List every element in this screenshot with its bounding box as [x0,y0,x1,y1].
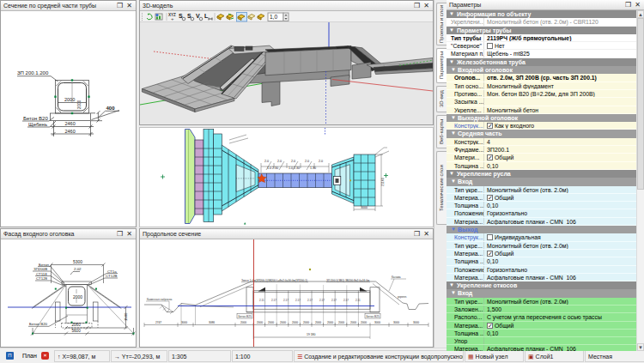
svg-text:2.17: 2.17 [343,299,349,302]
svg-text:2000: 2000 [361,321,367,324]
svg-text:2000: 2000 [303,321,309,324]
svg-text:2.0: 2.0 [319,160,323,163]
svg-text:2.11: 2.11 [259,299,264,302]
svg-text:2.17: 2.17 [307,299,313,302]
svg-text:2000: 2000 [327,321,333,324]
svg-text:1,0: 1,0 [270,14,277,20]
svg-text:1500: 1500 [124,312,128,321]
svg-text:2.17: 2.17 [283,299,289,302]
svg-text:ЗП 200.1.200: ЗП 200.1.200 [17,70,49,76]
svg-text:2000: 2000 [268,321,274,324]
svg-text:2000: 2000 [73,294,82,299]
svg-text:400: 400 [106,106,116,111]
svg-text:ЗП 200.1(ЗВ1) ЗВ200.8х2.0=16.0: ЗП 200.1(ЗВ1) ЗВ200.8х2.0=16.0м [326,279,369,282]
svg-text:2000: 2000 [338,321,344,324]
svg-text:2000: 2000 [280,321,286,324]
svg-text:2.17: 2.17 [271,299,276,302]
svg-text:5300: 5300 [73,259,82,264]
svg-text:2000: 2000 [77,100,82,109]
svg-text:L: L [204,13,209,19]
svg-text:1.30: 1.30 [310,166,316,170]
svg-text:2,02: 2,02 [74,267,82,271]
svg-text:2000: 2000 [64,97,75,102]
svg-text:2460: 2460 [65,129,76,134]
svg-text:2.11: 2.11 [355,299,361,302]
svg-text:2000: 2000 [292,321,298,324]
svg-text:3086: 3086 [209,321,215,324]
svg-text:+: + [171,16,174,21]
svg-text:Каменная набросха: Каменная набросха [147,298,173,301]
svg-text:2000: 2000 [240,321,246,324]
svg-text:2060: 2060 [72,323,82,327]
svg-text:3000: 3000 [413,321,419,324]
svg-text:3000: 3000 [374,321,380,324]
svg-text:СТ1а: СТ1а [107,269,117,274]
svg-text:19 180: 19 180 [307,333,315,336]
svg-text:ЗП200В: ЗП200В [33,267,47,271]
svg-text:2.17: 2.17 [319,299,325,302]
svg-text:Бетон В20: Бетон В20 [29,322,48,326]
svg-text:Бетон В25: Бетон В25 [239,315,252,318]
svg-text:СТ12В: СТ12В [106,274,118,278]
svg-text:Звено 1.0м(ЗП200.1)ЗВ200 L=8х2: Звено 1.0м(ЗП200.1)ЗВ200 L=8х2.0=16.0м(З… [241,279,307,282]
svg-text:СТ128: СТ128 [36,276,48,281]
svg-text:2000: 2000 [350,321,356,324]
svg-text:1.0 2.30: 1.0 2.30 [289,166,300,170]
svg-text:2.0: 2.0 [264,160,269,163]
svg-text:укрепл.: укрепл. [398,295,407,299]
svg-text:Канава: Канава [392,275,401,279]
svg-text:3000: 3000 [393,321,399,324]
svg-text:2747: 2747 [155,321,161,324]
svg-text:5600: 5600 [72,329,82,333]
svg-text:2000: 2000 [315,321,321,324]
svg-text:2.0: 2.0 [305,160,309,163]
svg-text:2.0: 2.0 [277,160,282,163]
svg-text:Бетон В20: Бетон В20 [23,116,48,121]
svg-text:Бетон В25: Бетон В25 [367,315,380,318]
svg-text:21160: 21160 [381,178,385,186]
svg-text:3000: 3000 [361,206,368,209]
svg-text:2000: 2000 [257,321,263,324]
svg-text:2460: 2460 [65,121,76,126]
svg-text:2.17: 2.17 [295,299,301,302]
svg-text:СТ118: СТ118 [36,272,47,276]
svg-text:Бетон: Бетон [39,263,50,267]
svg-text:Щебень: Щебень [28,122,47,127]
svg-text:2.17: 2.17 [331,299,337,302]
svg-text:3000: 3000 [181,321,187,324]
svg-text:2.0: 2.0 [291,160,295,163]
svg-text:1.0 2.30: 1.0 2.30 [267,166,278,170]
